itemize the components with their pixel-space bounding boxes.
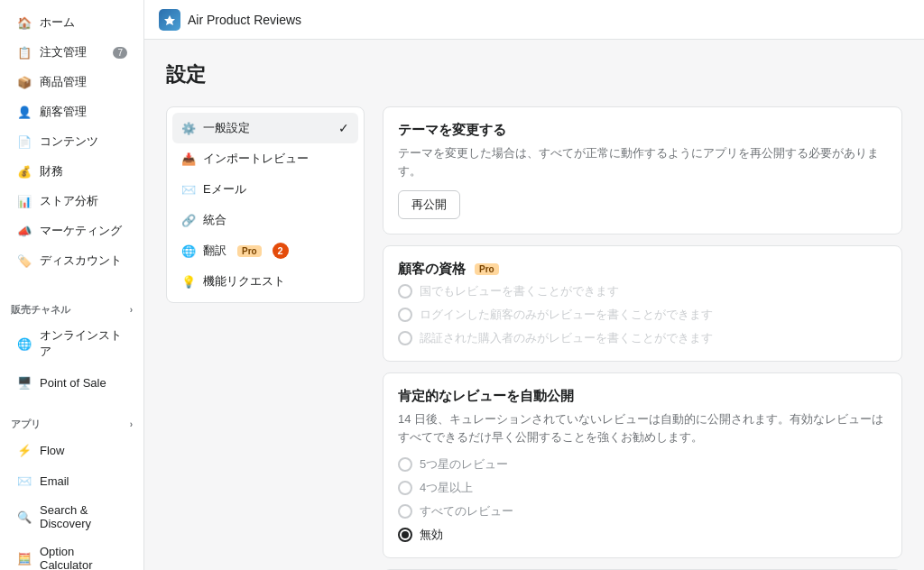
radio-circle-1 <box>398 284 412 299</box>
eligibility-option-3: 認証された購入者のみがレビューを書くことができます <box>398 330 887 346</box>
sidebar-item-option-calc[interactable]: 🧮 Option Calculator <box>5 538 138 570</box>
sidebar-item-flow[interactable]: ⚡ Flow <box>5 436 138 464</box>
email-icon: ✉️ <box>16 473 32 489</box>
radio-autopub-4 <box>398 528 412 542</box>
analytics-icon: 📊 <box>16 193 32 209</box>
page-title: 設定 <box>166 61 902 88</box>
eligibility-options: 国でもレビューを書くことができます ログインした顧客のみがレビューを書くことがで… <box>398 283 887 346</box>
theme-card-title: テーマを変更する <box>398 122 887 139</box>
flow-icon: ⚡ <box>16 442 32 458</box>
eligibility-option-2: ログインした顧客のみがレビューを書くことができます <box>398 307 887 323</box>
theme-card-desc: テーマを変更した場合は、すべてが正常に動作するようにアプリを再公開する必要があり… <box>398 144 887 179</box>
sidebar-item-marketing[interactable]: 📣 マーケティング <box>5 216 138 245</box>
autopub-option-4[interactable]: 無効 <box>398 527 887 543</box>
customers-icon: 👤 <box>16 104 32 120</box>
sidebar-item-email[interactable]: ✉️ Email <box>5 466 138 495</box>
finance-icon: 💰 <box>16 163 32 179</box>
chevron-right-icon: › <box>130 305 133 315</box>
pos-icon: 🖥️ <box>16 374 32 391</box>
republish-button[interactable]: 再公開 <box>398 190 460 219</box>
customer-eligibility-title: 顧客の資格 Pro <box>398 261 887 278</box>
checkmark-icon: ✓ <box>338 121 349 135</box>
menu-item-import[interactable]: 📥 インポートレビュー <box>172 143 358 174</box>
content-area: 設定 ⚙️ 一般設定 ✓ 📥 インポートレビュー ✉️ Eメール 🔗 <box>144 40 924 570</box>
translate-icon: 🌐 <box>181 244 196 258</box>
auto-publish-desc: 14 日後、キュレーションされていないレビューは自動的に公開されます。有効なレビ… <box>398 410 887 446</box>
settings-menu: ⚙️ 一般設定 ✓ 📥 インポートレビュー ✉️ Eメール 🔗 統合 � <box>166 106 365 303</box>
home-icon: 🏠 <box>16 14 32 31</box>
radio-autopub-2 <box>398 481 412 495</box>
customer-eligibility-card: 顧客の資格 Pro 国でもレビューを書くことができます ログインした顧客のみがレ… <box>383 245 902 362</box>
autopub-option-1[interactable]: 5つ星のレビュー <box>398 456 887 473</box>
sidebar: 🏠 ホーム 📋 注文管理 7 📦 商品管理 👤 顧客管理 📄 コンテンツ 💰 財… <box>0 0 144 570</box>
settings-right: テーマを変更する テーマを変更した場合は、すべてが正常に動作するようにアプリを再… <box>383 106 902 570</box>
radio-autopub-3 <box>398 504 412 519</box>
content-icon: 📄 <box>16 133 32 150</box>
integration-icon: 🔗 <box>181 213 196 227</box>
discounts-icon: 🏷️ <box>16 253 32 269</box>
products-icon: 📦 <box>16 74 32 90</box>
top-bar: Air Product Reviews <box>144 0 924 40</box>
main-content: Air Product Reviews 設定 ⚙️ 一般設定 ✓ 📥 インポート… <box>144 0 924 570</box>
orders-badge: 7 <box>113 47 127 59</box>
chevron-right-icon-2: › <box>130 419 133 429</box>
autopub-option-3[interactable]: すべてのレビュー <box>398 503 887 519</box>
sidebar-item-orders[interactable]: 📋 注文管理 7 <box>5 38 138 67</box>
app-title: Air Product Reviews <box>188 13 301 27</box>
search-icon: 🔍 <box>16 509 32 525</box>
sidebar-item-pos[interactable]: 🖥️ Point of Sale <box>5 368 138 397</box>
sidebar-item-analytics[interactable]: 📊 ストア分析 <box>5 187 138 216</box>
radio-circle-3 <box>398 331 412 345</box>
import-icon: 📥 <box>181 152 196 166</box>
sidebar-item-products[interactable]: 📦 商品管理 <box>5 68 138 97</box>
orders-icon: 📋 <box>16 44 32 60</box>
auto-publish-options: 5つ星のレビュー 4つ星以上 すべてのレビュー 無効 <box>398 456 887 543</box>
marketing-icon: 📣 <box>16 223 32 239</box>
eligibility-option-1: 国でもレビューを書くことができます <box>398 283 887 299</box>
menu-item-translate[interactable]: 🌐 翻訳 Pro 2 <box>172 235 358 266</box>
radio-autopub-1 <box>398 457 412 472</box>
sidebar-item-search-discovery[interactable]: 🔍 Search & Discovery <box>5 497 138 537</box>
feature-icon: 💡 <box>181 274 196 289</box>
menu-item-general[interactable]: ⚙️ 一般設定 ✓ <box>172 113 358 143</box>
settings-layout: ⚙️ 一般設定 ✓ 📥 インポートレビュー ✉️ Eメール 🔗 統合 � <box>166 106 902 570</box>
app-icon <box>159 9 180 31</box>
menu-item-integration[interactable]: 🔗 統合 <box>172 205 358 235</box>
radio-circle-2 <box>398 308 412 322</box>
store-icon: 🌐 <box>16 336 32 352</box>
apps-title: アプリ › <box>0 409 143 435</box>
sales-channels-title: 販売チャネル › <box>0 294 143 320</box>
sidebar-item-customers[interactable]: 👤 顧客管理 <box>5 97 138 126</box>
sidebar-item-finance[interactable]: 💰 財務 <box>5 157 138 186</box>
sidebar-item-discounts[interactable]: 🏷️ ディスカウント <box>5 246 138 275</box>
email-menu-icon: ✉️ <box>181 182 196 197</box>
menu-item-feature[interactable]: 💡 機能リクエスト <box>172 266 358 297</box>
translate-pro-badge: Pro <box>237 245 262 257</box>
theme-card: テーマを変更する テーマを変更した場合は、すべてが正常に動作するようにアプリを再… <box>383 106 902 234</box>
auto-publish-title: 肯定的なレビューを自動公開 <box>398 388 887 405</box>
sidebar-item-online-store[interactable]: 🌐 オンラインストア <box>5 321 138 366</box>
auto-publish-card: 肯定的なレビューを自動公開 14 日後、キュレーションされていないレビューは自動… <box>383 372 902 558</box>
sidebar-item-home[interactable]: 🏠 ホーム <box>5 8 138 37</box>
menu-item-email[interactable]: ✉️ Eメール <box>172 174 358 205</box>
gear-icon: ⚙️ <box>181 121 196 135</box>
eligibility-pro-badge: Pro <box>475 263 499 275</box>
translate-num-badge: 2 <box>273 243 289 259</box>
calc-icon: 🧮 <box>16 550 32 566</box>
autopub-option-2[interactable]: 4つ星以上 <box>398 480 887 496</box>
sidebar-item-content[interactable]: 📄 コンテンツ <box>5 127 138 156</box>
